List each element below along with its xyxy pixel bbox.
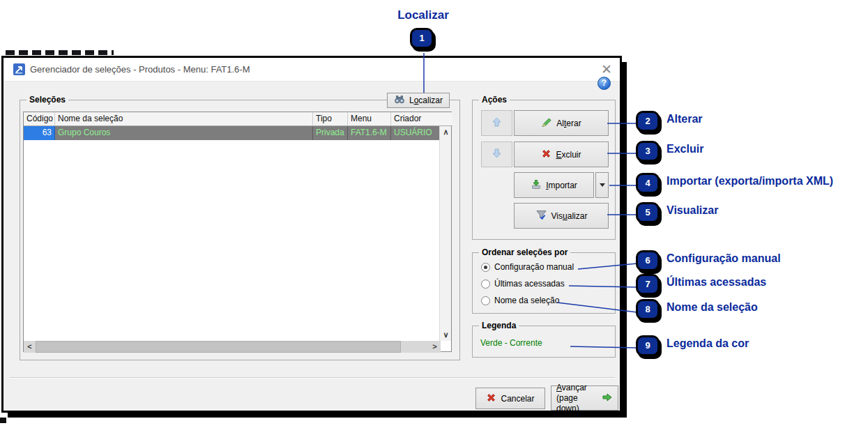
- radio-nome-da-selecao[interactable]: Nome da seleção: [481, 295, 559, 306]
- annotation-heading: Localizar: [385, 8, 462, 22]
- callout-9-badge: 9: [636, 335, 660, 356]
- alterar-button[interactable]: Alterar: [514, 110, 609, 136]
- alterar-button-label: Alterar: [556, 119, 581, 128]
- callout-2-label: Alterar: [667, 113, 703, 125]
- ordenar-group-label: Ordenar seleções por: [479, 247, 570, 257]
- radio-label: Nome da seleção: [494, 296, 559, 305]
- app-icon: [13, 63, 25, 78]
- table-row[interactable]: 63 Grupo Couros Privada FAT1.6-M USUÁRIO: [24, 126, 441, 140]
- cell-tipo[interactable]: Privada: [313, 126, 348, 140]
- import-icon: [531, 179, 542, 192]
- scroll-down-icon[interactable]: ∨: [440, 329, 452, 341]
- callout-4-badge: 4: [636, 173, 660, 194]
- callout-3-badge: 3: [636, 141, 660, 162]
- importar-button[interactable]: Importar: [514, 172, 594, 198]
- callout-7-badge: 7: [636, 274, 660, 295]
- cancelar-button[interactable]: Cancelar: [475, 388, 545, 409]
- radio-label: Últimas acessadas: [494, 279, 565, 289]
- legend-green-text: Verde - Corrente: [480, 338, 542, 348]
- pencil-icon: [541, 117, 552, 130]
- help-icon[interactable]: ?: [597, 77, 611, 90]
- chevron-down-icon: [600, 183, 605, 187]
- horizontal-scroll-thumb[interactable]: [36, 341, 401, 353]
- radio-ultimas-acessadas[interactable]: Últimas acessadas: [481, 278, 565, 289]
- window-title: Gerenciador de seleções - Produtos - Men…: [30, 64, 250, 75]
- title-bar: Gerenciador de seleções - Produtos - Men…: [3, 58, 620, 82]
- visualizar-button[interactable]: Visualizar: [514, 203, 609, 229]
- radio-circle-icon[interactable]: [481, 296, 490, 305]
- background-window-fragment-corner: [0, 418, 6, 423]
- importar-button-label: Importar: [546, 181, 577, 190]
- selecoes-group-label: Seleções: [26, 95, 68, 105]
- radio-configuracao-manual[interactable]: Configuração manual: [481, 261, 574, 273]
- table-header-row: Código Nome da seleção Tipo Menu Criador: [24, 112, 452, 126]
- callout-6-label: Configuração manual: [667, 252, 781, 265]
- cancelar-button-label: Cancelar: [501, 394, 534, 404]
- horizontal-scrollbar[interactable]: < >: [24, 341, 441, 353]
- scroll-right-icon[interactable]: >: [429, 341, 441, 353]
- radio-circle-icon[interactable]: [481, 280, 490, 289]
- binoculars-icon: [394, 95, 405, 106]
- scroll-left-icon[interactable]: <: [24, 341, 36, 353]
- localizar-button[interactable]: Localizar: [387, 93, 450, 108]
- avancar-button-label: Avançar (page down): [556, 383, 597, 414]
- scroll-up-icon[interactable]: ∧: [440, 126, 452, 138]
- arrow-up-icon: [492, 117, 502, 129]
- header-filler: [441, 112, 452, 126]
- callout-2-badge: 2: [636, 111, 660, 132]
- vertical-scrollbar[interactable]: ∧ ∨: [439, 126, 451, 341]
- acoes-group-label: Ações: [479, 95, 510, 105]
- cell-criador[interactable]: USUÁRIO: [391, 126, 441, 140]
- callout-7-label: Últimas acessadas: [667, 276, 766, 289]
- move-up-button[interactable]: [481, 110, 512, 136]
- legenda-group-label: Legenda: [479, 321, 519, 330]
- excluir-button[interactable]: Excluir: [514, 142, 609, 167]
- radio-label: Configuração manual: [494, 262, 574, 272]
- callout-5-label: Visualizar: [667, 204, 718, 217]
- move-down-button[interactable]: [481, 142, 512, 167]
- callout-8-label: Nome da seleção: [667, 301, 758, 314]
- excluir-button-label: Excluir: [556, 150, 581, 160]
- selections-table: Código Nome da seleção Tipo Menu Criador…: [23, 112, 452, 352]
- callout-8-badge: 8: [636, 299, 660, 320]
- column-header-codigo[interactable]: Código: [24, 112, 55, 126]
- arrow-down-icon: [492, 148, 502, 160]
- callout-5-badge: 5: [636, 202, 660, 223]
- cell-menu[interactable]: FAT1.6-M: [348, 126, 391, 140]
- cell-nome[interactable]: Grupo Couros: [55, 126, 313, 140]
- callout-4-label: Importar (exporta/importa XML): [667, 175, 833, 188]
- background-window-fragment-top: [6, 50, 114, 55]
- cell-codigo[interactable]: 63: [24, 126, 55, 140]
- background-window-fragment-bottom: [8, 414, 242, 418]
- screenshot-canvas: Gerenciador de seleções - Produtos - Men…: [0, 0, 868, 428]
- radio-circle-icon[interactable]: [481, 263, 490, 272]
- visualizar-button-label: Visualizar: [551, 211, 588, 221]
- column-header-tipo[interactable]: Tipo: [313, 112, 348, 126]
- footer-separator: [10, 377, 615, 379]
- close-icon[interactable]: ✕: [597, 61, 616, 79]
- selection-manager-dialog: Gerenciador de seleções - Produtos - Men…: [1, 56, 622, 413]
- callout-3-label: Excluir: [667, 143, 703, 155]
- column-header-nome[interactable]: Nome da seleção: [55, 112, 313, 126]
- localizar-button-label: Localizar: [409, 95, 443, 105]
- callout-1-badge: 1: [410, 28, 434, 49]
- importar-dropdown-button[interactable]: [595, 172, 609, 198]
- funnel-check-icon: [535, 210, 547, 222]
- callout-9-label: Legenda da cor: [667, 337, 749, 350]
- callout-6-badge: 6: [636, 250, 660, 271]
- avancar-button[interactable]: Avançar (page down): [551, 385, 618, 411]
- column-header-criador[interactable]: Criador: [391, 112, 441, 126]
- red-x-icon: [486, 392, 496, 405]
- red-x-icon: [541, 148, 551, 161]
- arrow-right-green-icon: [602, 392, 613, 404]
- column-header-menu[interactable]: Menu: [348, 112, 391, 126]
